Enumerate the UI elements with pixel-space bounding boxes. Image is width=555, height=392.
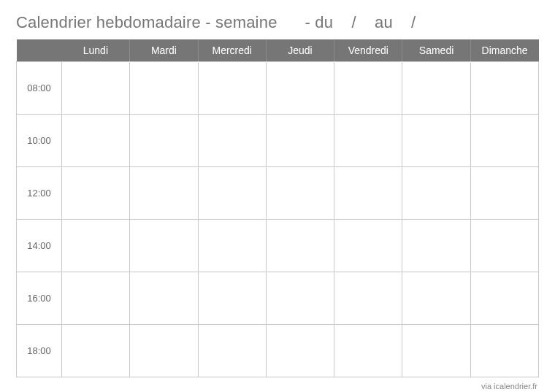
calendar-cell: [62, 324, 130, 377]
calendar-cell: [62, 219, 130, 272]
calendar-cell: [130, 272, 198, 324]
calendar-cell: [402, 219, 470, 272]
calendar-cell: [470, 219, 538, 272]
calendar-cell: [334, 166, 402, 219]
calendar-cell: [334, 324, 402, 377]
calendar-cell: [198, 61, 266, 114]
calendar-cell: [402, 272, 470, 324]
calendar-cell: [130, 61, 198, 114]
calendar-cell: [470, 272, 538, 324]
calendar-cell: [266, 219, 334, 272]
calendar-cell: [470, 324, 538, 377]
day-header-row: Lundi Mardi Mercredi Jeudi Vendredi Same…: [17, 39, 539, 61]
time-label: 18:00: [17, 324, 62, 377]
calendar-cell: [402, 324, 470, 377]
calendar-cell: [198, 324, 266, 377]
time-row: 12:00: [17, 166, 539, 219]
calendar-cell: [130, 114, 198, 166]
calendar-cell: [62, 166, 130, 219]
calendar-cell: [62, 61, 130, 114]
time-row: 10:00: [17, 114, 539, 166]
calendar-cell: [266, 166, 334, 219]
calendar-cell: [130, 166, 198, 219]
weekly-calendar-table: Lundi Mardi Mercredi Jeudi Vendredi Same…: [16, 39, 539, 377]
page-title: Calendrier hebdomadaire - semaine - du /…: [16, 13, 539, 32]
calendar-cell: [470, 114, 538, 166]
calendar-cell: [198, 166, 266, 219]
time-row: 14:00: [17, 219, 539, 272]
header-wednesday: Mercredi: [198, 39, 266, 61]
calendar-cell: [62, 272, 130, 324]
time-label: 16:00: [17, 272, 62, 324]
time-label: 08:00: [17, 61, 62, 114]
calendar-cell: [470, 166, 538, 219]
header-sunday: Dimanche: [470, 39, 538, 61]
calendar-cell: [198, 219, 266, 272]
calendar-cell: [402, 166, 470, 219]
calendar-cell: [266, 324, 334, 377]
time-row: 16:00: [17, 272, 539, 324]
header-saturday: Samedi: [402, 39, 470, 61]
time-label: 14:00: [17, 219, 62, 272]
time-label: 10:00: [17, 114, 62, 166]
calendar-cell: [130, 324, 198, 377]
footer-credit: via icalendrier.fr: [16, 382, 539, 391]
calendar-cell: [334, 61, 402, 114]
header-monday: Lundi: [62, 39, 130, 61]
time-row: 18:00: [17, 324, 539, 377]
calendar-cell: [334, 272, 402, 324]
calendar-cell: [198, 272, 266, 324]
calendar-cell: [198, 114, 266, 166]
time-row: 08:00: [17, 61, 539, 114]
header-tuesday: Mardi: [130, 39, 198, 61]
calendar-cell: [266, 114, 334, 166]
header-thursday: Jeudi: [266, 39, 334, 61]
header-blank: [17, 39, 62, 61]
calendar-cell: [130, 219, 198, 272]
calendar-cell: [402, 61, 470, 114]
calendar-cell: [402, 114, 470, 166]
header-friday: Vendredi: [334, 39, 402, 61]
calendar-cell: [470, 61, 538, 114]
calendar-cell: [266, 61, 334, 114]
calendar-cell: [334, 114, 402, 166]
time-label: 12:00: [17, 166, 62, 219]
calendar-cell: [266, 272, 334, 324]
calendar-cell: [334, 219, 402, 272]
calendar-cell: [62, 114, 130, 166]
